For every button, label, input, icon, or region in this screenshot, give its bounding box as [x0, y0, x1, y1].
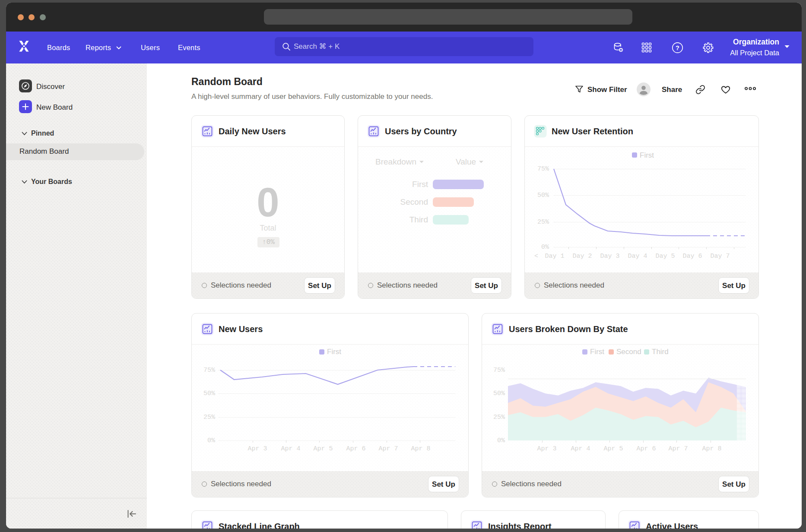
- svg-text:?: ?: [676, 44, 679, 51]
